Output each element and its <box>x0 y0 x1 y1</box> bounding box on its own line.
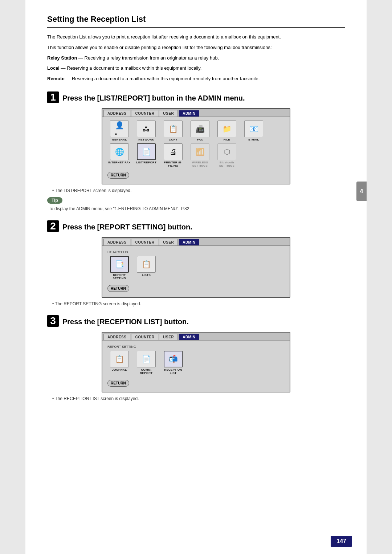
icon-general[interactable]: 👤≡ GENERAL <box>107 121 131 141</box>
intro-local: Local — Reserving a document to a mailbo… <box>47 65 345 72</box>
return-button-3[interactable]: RETURN <box>107 380 129 387</box>
icon-copy-box: 📋 <box>164 121 183 137</box>
tab-counter-2[interactable]: COUNTER <box>131 239 158 245</box>
return-button-2[interactable]: RETURN <box>107 285 129 292</box>
screen1-mockup: ADDRESS COUNTER USER ADMIN 👤≡ GENERAL 🖧 … <box>102 108 290 184</box>
icon-report-setting[interactable]: 📑 REPORT SETTING <box>107 256 131 280</box>
tab-admin-1[interactable]: ADMIN <box>179 110 199 117</box>
icon-report-setting-label: REPORT SETTING <box>107 273 131 280</box>
icon-file[interactable]: 📁 FILE <box>215 121 239 141</box>
step-3-bullet: The RECEPTION LIST screen is displayed. <box>52 396 345 401</box>
screen1-icons-row2: 🌐 INTERNET FAX 📄 LIST/REPORT 🖨 PRINTER /… <box>107 143 285 167</box>
icon-comm-report-box: 📄 <box>137 351 156 367</box>
tab-admin-3[interactable]: ADMIN <box>179 334 199 340</box>
side-tab: 4 <box>356 182 367 201</box>
page-container: Setting the Reception List The Reception… <box>25 0 367 554</box>
icon-network[interactable]: 🖧 NETWORK <box>134 121 158 141</box>
icon-file-label: FILE <box>224 138 230 141</box>
tip-box: Tip To display the ADMIN menu, see "1.EN… <box>47 197 345 212</box>
local-text: — Reserving a document to a mailbox with… <box>61 65 202 71</box>
relay-label: Relay Station <box>47 55 77 61</box>
icon-lists-label: LISTS <box>142 273 151 277</box>
icon-journal[interactable]: 📋 JOURNAL <box>107 351 131 375</box>
tab-counter-1[interactable]: COUNTER <box>131 110 158 117</box>
icon-wireless: 📶 WIRELESS SETTINGS <box>188 143 212 167</box>
tab-address-3[interactable]: ADDRESS <box>103 334 130 340</box>
icon-internet-fax[interactable]: 🌐 INTERNET FAX <box>107 143 131 167</box>
step-2-number: 2 <box>47 220 59 232</box>
screen2-icons: 📑 REPORT SETTING 📋 LISTS <box>107 256 285 280</box>
icon-wireless-box: 📶 <box>191 143 209 160</box>
screen1-icons-row1: 👤≡ GENERAL 🖧 NETWORK 📋 COPY <box>107 121 285 141</box>
icon-wireless-label: WIRELESS SETTINGS <box>188 161 212 167</box>
screen2-tab-bar: ADDRESS COUNTER USER ADMIN <box>102 238 290 246</box>
screen3-icons: 📋 JOURNAL 📄 COMM. REPORT 📬 RECEPTION LIS… <box>107 351 285 375</box>
tab-user-1[interactable]: USER <box>159 110 178 117</box>
icon-bluetooth-box: ⬡ <box>217 143 236 160</box>
icon-general-label: GENERAL <box>112 138 127 141</box>
intro-para2: This function allows you to enable or di… <box>47 44 345 52</box>
tab-address-2[interactable]: ADDRESS <box>103 239 130 245</box>
screen2-subtitle: LIST&REPORT <box>107 250 285 254</box>
screen3-mockup: ADDRESS COUNTER USER ADMIN REPORT SETTIN… <box>102 332 290 392</box>
icon-list-report-label: LIST/REPORT <box>136 161 156 164</box>
icon-reception-list-box: 📬 <box>164 351 183 367</box>
relay-text: — Receiving a relay transmission from an… <box>78 55 219 61</box>
tab-admin-2[interactable]: ADMIN <box>179 239 199 245</box>
tab-user-2[interactable]: USER <box>159 239 178 245</box>
icon-file-box: 📁 <box>217 121 236 137</box>
icon-fax[interactable]: 📠 FAX <box>188 121 212 141</box>
icon-lists[interactable]: 📋 LISTS <box>134 256 158 280</box>
icon-list-report[interactable]: 📄 LIST/REPORT <box>134 143 158 167</box>
step-3-number: 3 <box>47 315 59 327</box>
screen2-mockup: ADDRESS COUNTER USER ADMIN LIST&REPORT 📑… <box>102 237 290 298</box>
icon-internet-fax-label: INTERNET FAX <box>108 161 130 164</box>
step-1-heading: 1 Press the [LIST/REPORT] button in the … <box>47 91 345 103</box>
screen3-subtitle: REPORT SETTING <box>107 345 285 349</box>
step-1-bullet: The LIST/REPORT screen is displayed. <box>52 188 345 193</box>
step-1-number: 1 <box>47 91 59 103</box>
icon-reception-list[interactable]: 📬 RECEPTION LIST <box>161 351 185 375</box>
icon-printer-efiling[interactable]: 🖨 PRINTER /E-FILING <box>161 143 185 167</box>
return-button-1[interactable]: RETURN <box>107 172 129 179</box>
icon-comm-report[interactable]: 📄 COMM. REPORT <box>134 351 158 375</box>
screen1-tab-bar: ADDRESS COUNTER USER ADMIN <box>102 109 290 117</box>
step-3-label: Press the [RECEPTION LIST] button. <box>62 318 189 326</box>
icon-lists-box: 📋 <box>137 256 156 273</box>
icon-printer-efiling-box: 🖨 <box>164 143 183 160</box>
step-2-label: Press the [REPORT SETTING] button. <box>62 223 192 231</box>
icon-list-report-box: 📄 <box>137 143 156 160</box>
icon-comm-report-label: COMM. REPORT <box>134 368 158 375</box>
remote-text: — Reserving a document to a mailbox with… <box>66 76 260 81</box>
tab-user-3[interactable]: USER <box>159 334 178 340</box>
screen3-body: REPORT SETTING 📋 JOURNAL 📄 COMM. REPORT <box>102 341 290 392</box>
icon-email-label: E-MAIL <box>248 138 259 141</box>
icon-reception-list-label: RECEPTION LIST <box>161 368 185 375</box>
screen3-tab-bar: ADDRESS COUNTER USER ADMIN <box>102 333 290 341</box>
intro-relay: Relay Station — Receiving a relay transm… <box>47 54 345 62</box>
icon-fax-label: FAX <box>197 138 203 141</box>
icon-network-box: 🖧 <box>137 121 156 137</box>
icon-general-box: 👤≡ <box>110 121 129 137</box>
icon-network-label: NETWORK <box>138 138 154 141</box>
icon-copy-label: COPY <box>169 138 177 141</box>
remote-label: Remote <box>47 76 65 81</box>
screen1-body: 👤≡ GENERAL 🖧 NETWORK 📋 COPY <box>102 117 290 184</box>
step-2-heading: 2 Press the [REPORT SETTING] button. <box>47 220 345 232</box>
icon-journal-box: 📋 <box>110 351 129 367</box>
tab-address-1[interactable]: ADDRESS <box>103 110 130 117</box>
step-1-label: Press the [LIST/REPORT] button in the AD… <box>62 94 245 102</box>
step-2-bullet: The REPORT SETTING screen is displayed. <box>52 301 345 306</box>
icon-copy[interactable]: 📋 COPY <box>161 121 185 141</box>
icon-bluetooth-label: Bluetooth SETTINGS <box>215 161 239 167</box>
intro-remote: Remote — Reserving a document to a mailb… <box>47 75 345 83</box>
section-title: Setting the Reception List <box>47 15 345 28</box>
icon-bluetooth: ⬡ Bluetooth SETTINGS <box>215 143 239 167</box>
icon-journal-label: JOURNAL <box>112 368 127 371</box>
icon-internet-fax-box: 🌐 <box>110 143 129 160</box>
local-label: Local <box>47 65 60 71</box>
icon-fax-box: 📠 <box>191 121 209 137</box>
icon-email[interactable]: 📧 E-MAIL <box>242 121 266 141</box>
screen2-body: LIST&REPORT 📑 REPORT SETTING 📋 LISTS RET… <box>102 246 290 297</box>
tab-counter-3[interactable]: COUNTER <box>131 334 158 340</box>
